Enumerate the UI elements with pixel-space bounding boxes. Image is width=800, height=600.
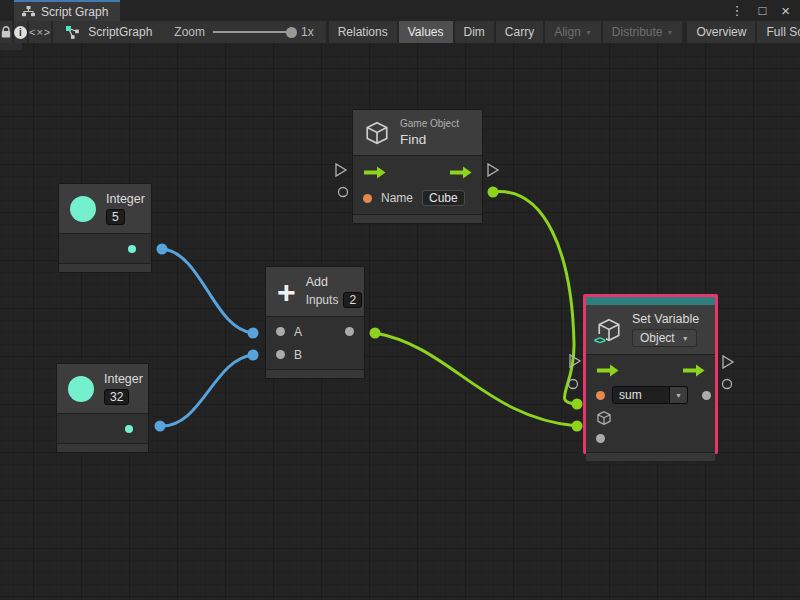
- flow-in-arrow-icon[interactable]: [596, 364, 619, 377]
- value-in-external-port[interactable]: [569, 380, 578, 389]
- distribute-button[interactable]: Distribute ▼: [603, 21, 683, 43]
- node-game-object-find[interactable]: Game Object Find Name: [352, 109, 483, 224]
- values-button[interactable]: Values: [399, 21, 453, 43]
- variable-name-input-port[interactable]: [596, 391, 605, 400]
- inputs-count-field[interactable]: 2: [343, 292, 362, 308]
- node-footer: [266, 369, 364, 378]
- integer-b-header: Integer 32: [57, 364, 148, 413]
- flow-in-external-port[interactable]: [570, 355, 580, 367]
- add-input-a-port[interactable]: [276, 327, 285, 336]
- set-variable-output-port[interactable]: [702, 391, 711, 400]
- inspector-button[interactable]: i: [14, 21, 27, 43]
- chevron-down-icon: ▼: [682, 335, 689, 342]
- target-object-port[interactable]: [596, 410, 612, 426]
- value-in-external-port[interactable]: [339, 188, 348, 197]
- zoom-slider[interactable]: [213, 31, 293, 33]
- variable-code-glyph: <>: [593, 334, 606, 346]
- window-close-icon[interactable]: ×: [781, 2, 790, 19]
- integer-a-output-port[interactable]: [128, 245, 136, 253]
- canvas-corner-tab: [0, 43, 22, 50]
- variable-name-field[interactable]: sum: [612, 386, 670, 404]
- add-output-port[interactable]: [345, 327, 354, 336]
- dim-label: Dim: [464, 25, 485, 39]
- integer-a-value-field[interactable]: 5: [106, 209, 125, 225]
- scope-label: Object: [640, 331, 675, 345]
- relations-label: Relations: [338, 25, 388, 39]
- node-title: Set Variable: [632, 312, 699, 326]
- node-footer: [586, 452, 715, 461]
- graph-toolbar: i <×> ScriptGraph Zoom 1x Relations Valu…: [0, 21, 800, 43]
- wire-endpoint[interactable]: [488, 187, 499, 198]
- lock-button[interactable]: [0, 21, 12, 43]
- find-name-field[interactable]: Cube: [422, 190, 465, 206]
- flow-in-arrow-icon[interactable]: [363, 166, 386, 179]
- wire-endpoint[interactable]: [157, 244, 168, 255]
- wire-find-to-set-variable[interactable]: [493, 192, 577, 404]
- wire-endpoint[interactable]: [155, 421, 166, 432]
- find-name-input-port[interactable]: [363, 194, 372, 203]
- variable-kind-strip: [586, 297, 715, 305]
- variable-name-dropdown-button[interactable]: ▼: [670, 386, 688, 404]
- set-variable-header: <> Set Variable Object ▼: [586, 305, 715, 354]
- wire-integer-a-to-add[interactable]: [162, 249, 253, 333]
- carry-button[interactable]: Carry: [496, 21, 543, 43]
- node-integer-a[interactable]: Integer 5: [58, 183, 152, 273]
- tab-title: Script Graph: [41, 5, 108, 19]
- graph-breadcrumb-section: ScriptGraph Zoom 1x: [53, 21, 325, 43]
- value-out-external-port[interactable]: [723, 380, 732, 389]
- dim-button[interactable]: Dim: [455, 21, 494, 43]
- integer-literal-icon: [70, 196, 96, 222]
- variable-name-combo[interactable]: sum ▼: [612, 386, 688, 404]
- align-label: Align: [554, 25, 581, 39]
- flow-in-external-port[interactable]: [336, 164, 346, 176]
- align-button[interactable]: Align ▼: [545, 21, 601, 43]
- code-preview-button[interactable]: <×>: [29, 21, 51, 43]
- wire-endpoint[interactable]: [248, 328, 259, 339]
- variable-scope-dropdown[interactable]: Object ▼: [632, 329, 697, 347]
- find-header: Game Object Find: [353, 110, 482, 155]
- add-input-b-port[interactable]: [276, 350, 285, 359]
- relations-button[interactable]: Relations: [329, 21, 397, 43]
- node-title: Add: [306, 275, 362, 289]
- game-object-cube-icon: [364, 120, 390, 146]
- node-integer-b[interactable]: Integer 32: [56, 363, 149, 453]
- zoom-slider-handle[interactable]: [286, 27, 297, 38]
- chevron-down-icon: ▼: [585, 29, 592, 36]
- graph-canvas[interactable]: Integer 5 Integer 32: [0, 43, 800, 600]
- flow-out-arrow-icon[interactable]: [449, 166, 472, 179]
- wire-endpoint[interactable]: [572, 421, 583, 432]
- value-input-port[interactable]: [596, 434, 605, 443]
- set-variable-icon: <>: [596, 317, 622, 343]
- title-bar: Script Graph ⋮ □ ×: [0, 0, 800, 21]
- node-set-variable[interactable]: <> Set Variable Object ▼: [586, 297, 715, 461]
- carry-label: Carry: [505, 25, 534, 39]
- name-label: Name: [381, 191, 413, 205]
- window-menu-icon[interactable]: ⋮: [730, 3, 743, 18]
- wire-add-to-set-variable[interactable]: [375, 333, 577, 426]
- flow-out-external-port[interactable]: [723, 356, 733, 368]
- overview-button[interactable]: Overview: [687, 21, 755, 43]
- flow-out-arrow-icon[interactable]: [682, 364, 705, 377]
- inputs-label: Inputs: [306, 293, 339, 307]
- flow-out-external-port[interactable]: [488, 164, 498, 176]
- wire-endpoint[interactable]: [370, 328, 381, 339]
- node-add[interactable]: + Add Inputs 2 A B: [265, 266, 365, 379]
- values-label: Values: [408, 25, 444, 39]
- wire-endpoint[interactable]: [572, 399, 583, 410]
- integer-b-output-port[interactable]: [125, 425, 133, 433]
- zoom-label: Zoom: [174, 25, 205, 39]
- wire-endpoint[interactable]: [248, 350, 259, 361]
- integer-b-value-field[interactable]: 32: [104, 389, 129, 405]
- graph-breadcrumb[interactable]: ScriptGraph: [88, 25, 152, 39]
- script-graph-icon: [65, 25, 80, 40]
- node-category: Game Object: [400, 118, 459, 129]
- tab-script-graph[interactable]: Script Graph: [14, 0, 120, 21]
- window-maximize-icon[interactable]: □: [758, 3, 766, 18]
- full-screen-button[interactable]: Full Screen: [757, 21, 800, 43]
- distribute-label: Distribute: [612, 25, 663, 39]
- integer-literal-icon: [68, 376, 94, 402]
- wire-integer-b-to-add[interactable]: [160, 355, 253, 426]
- node-footer: [57, 443, 148, 452]
- chevron-down-icon: ▼: [667, 29, 674, 36]
- node-set-variable-selection[interactable]: <> Set Variable Object ▼: [583, 294, 718, 454]
